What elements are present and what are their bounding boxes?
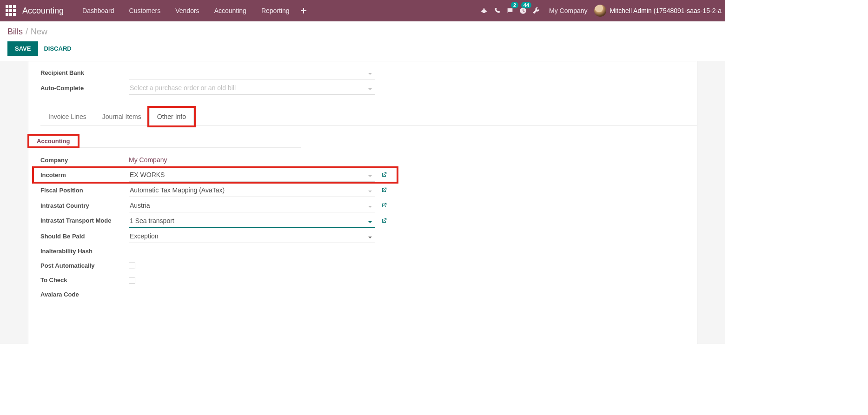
to-check-checkbox[interactable] [129,277,135,283]
recipient-bank-input[interactable] [129,66,375,79]
svg-rect-4 [481,11,483,12]
fiscal-input[interactable] [129,184,375,197]
should-be-paid-select[interactable] [129,230,375,243]
breadcrumb-root[interactable]: Bills [7,27,23,37]
field-should-be-paid: Should Be Paid [40,230,375,243]
incoterm-input[interactable] [129,168,375,182]
transport-input[interactable] [129,214,375,228]
discard-button[interactable]: DISCARD [44,45,71,52]
form-sheet: Recipient Bank Auto-Complete Invoice Lin… [28,61,697,344]
activities-icon[interactable]: 44 [517,0,530,21]
field-recipient-bank: Recipient Bank [40,66,375,79]
field-intrastat-country: Intrastat Country [40,199,375,212]
breadcrumb: Bills / New [7,27,718,37]
auto-complete-input[interactable] [129,81,375,95]
field-company: Company My Company [40,153,375,166]
chevron-down-icon[interactable] [368,234,372,241]
section-accounting: Accounting [28,135,79,147]
chevron-down-icon[interactable] [368,203,372,211]
fiscal-label: Fiscal Position [40,184,129,197]
transport-label: Intrastat Transport Mode [40,214,129,227]
field-incoterm: Incoterm [40,168,375,182]
hash-label: Inalterability Hash [40,245,129,257]
post-auto-label: Post Automatically [40,259,129,272]
to-check-label: To Check [40,274,129,286]
chevron-down-icon[interactable] [368,70,372,78]
svg-rect-3 [484,8,484,9]
messages-icon[interactable]: 2 [504,0,517,21]
bug-icon[interactable] [477,0,490,21]
chevron-down-icon[interactable] [368,86,372,93]
field-fiscal-position: Fiscal Position [40,184,375,197]
field-post-auto: Post Automatically [40,259,375,272]
tab-invoice-lines[interactable]: Invoice Lines [40,108,94,125]
chevron-down-icon[interactable] [368,188,372,195]
apps-icon[interactable] [6,5,17,16]
external-link-icon[interactable] [381,171,387,179]
auto-complete-label: Auto-Complete [40,82,129,94]
app-brand[interactable]: Accounting [22,6,64,16]
external-link-icon[interactable] [381,187,387,195]
svg-point-2 [482,9,486,13]
post-auto-checkbox[interactable] [129,263,135,269]
nav-customers[interactable]: Customers [122,0,168,21]
control-panel: Bills / New SAVE DISCARD [0,21,725,61]
nav-dashboard[interactable]: Dashboard [75,0,122,21]
company-label: Company [40,154,129,166]
field-auto-complete: Auto-Complete [40,81,375,95]
intrastat-country-input[interactable] [129,199,375,212]
field-to-check: To Check [40,274,375,286]
field-avalara: Avalara Code [40,288,375,301]
tab-other-info[interactable]: Other Info [149,108,194,125]
field-transport-mode: Intrastat Transport Mode [40,214,375,228]
nav-accounting[interactable]: Accounting [207,0,254,21]
plus-icon[interactable] [297,0,310,21]
chevron-down-icon[interactable] [368,172,372,180]
tabs: Invoice Lines Journal Items Other Info [40,108,697,125]
navbar: Accounting Dashboard Customers Vendors A… [0,0,725,21]
external-link-icon[interactable] [381,202,387,210]
nav-reporting[interactable]: Reporting [254,0,297,21]
tab-journal-items[interactable]: Journal Items [94,108,149,125]
wrench-icon[interactable] [530,0,543,21]
recipient-bank-label: Recipient Bank [40,66,129,79]
phone-icon[interactable] [490,0,504,21]
company-value[interactable]: My Company [129,153,167,166]
sheet-wrap: Recipient Bank Auto-Complete Invoice Lin… [0,61,725,344]
avalara-label: Avalara Code [40,288,129,301]
company-switcher[interactable]: My Company [543,7,594,14]
external-link-icon[interactable] [381,217,387,225]
incoterm-label: Incoterm [40,169,129,181]
svg-rect-5 [485,11,487,12]
user-menu[interactable]: Mitchell Admin (17548091-saas-15-2-a [610,7,722,14]
save-button[interactable]: SAVE [7,41,38,56]
svg-rect-1 [301,10,306,11]
nav-vendors[interactable]: Vendors [168,0,206,21]
field-hash: Inalterability Hash [40,245,375,257]
breadcrumb-sep: / [26,27,28,37]
intrastat-country-label: Intrastat Country [40,199,129,212]
breadcrumb-current: New [31,27,47,37]
should-be-paid-label: Should Be Paid [40,230,129,243]
avatar[interactable] [594,5,606,17]
chevron-down-icon[interactable] [368,218,372,226]
